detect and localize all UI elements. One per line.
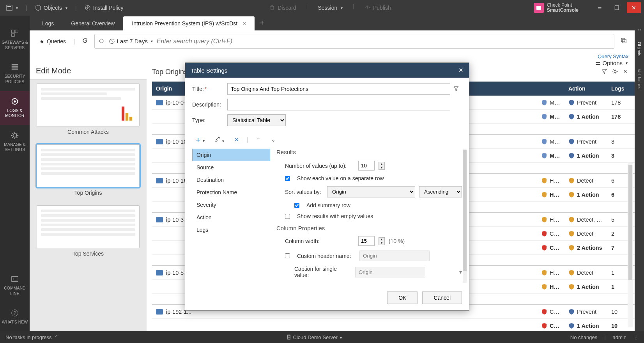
window-minimize-button[interactable]: ━	[593, 2, 607, 13]
open-external-icon	[621, 37, 627, 44]
sort-field-select[interactable]: Origin	[327, 186, 415, 197]
tab-close-icon[interactable]: ×	[243, 20, 246, 27]
refresh-button[interactable]	[80, 35, 90, 47]
widget-filter-button[interactable]	[601, 68, 607, 76]
svg-rect-19	[623, 39, 626, 43]
description-input[interactable]	[227, 99, 450, 110]
col-header-logs[interactable]: Logs	[607, 85, 635, 92]
nav-gateways-servers[interactable]: GATEWAYS & SERVERS	[0, 23, 30, 57]
add-summary-checkbox[interactable]	[294, 203, 299, 208]
discard-button[interactable]: Discard	[266, 3, 299, 12]
query-syntax-link[interactable]: Query Syntax	[598, 53, 628, 59]
widget-settings-button[interactable]	[612, 68, 618, 76]
objects-label: Objects	[44, 5, 62, 11]
app-menu-button[interactable]: ▾	[3, 3, 21, 12]
open-external-button[interactable]	[618, 35, 629, 47]
field-toolbar: ＋▾ ▾ ✕ | ⌃ ⌄	[192, 130, 462, 149]
right-rail: ◂◂ Objects Validations	[635, 16, 644, 331]
nav-logs-monitor[interactable]: LOGS & MONITOR	[0, 91, 30, 125]
widget-close-button[interactable]: ✕	[623, 68, 628, 76]
publish-icon	[364, 5, 371, 11]
move-down-button[interactable]: ⌄	[269, 135, 278, 144]
window-restore-button[interactable]: ❐	[610, 2, 624, 13]
svg-point-20	[614, 70, 616, 73]
window-close-button[interactable]: ✕	[627, 2, 641, 13]
host-icon	[156, 217, 163, 222]
table-scrollbar[interactable]	[628, 163, 633, 327]
servers-icon	[11, 29, 19, 37]
user-menu-icon[interactable]: ⋮	[633, 334, 639, 340]
nav-whats-new[interactable]: ? WHAT'S NEW	[0, 302, 30, 331]
field-list-item[interactable]: Action	[192, 211, 270, 224]
search-input[interactable]	[157, 38, 610, 45]
col-header-action[interactable]: Action	[564, 85, 607, 92]
cube-icon	[35, 5, 41, 11]
show-separate-row-label: Show each value on a separate row	[297, 175, 384, 181]
chevron-up-icon[interactable]: ⌃	[54, 334, 58, 340]
title-label: Title:*	[192, 86, 227, 92]
custom-header-input	[359, 251, 430, 261]
queries-button[interactable]: ★ Queries	[35, 36, 70, 47]
field-list-item[interactable]: Logs	[192, 224, 270, 236]
thumbnail-top-origins[interactable]	[37, 144, 140, 187]
svg-rect-7	[12, 64, 18, 66]
sort-direction-select[interactable]: Ascending	[419, 186, 462, 197]
nav-manage-settings[interactable]: MANAGE & SETTINGS	[0, 125, 30, 159]
column-width-spinner[interactable]: ▲▼	[379, 237, 385, 245]
field-list-item[interactable]: Source	[192, 161, 270, 174]
dialog-title: Table Settings	[191, 67, 227, 74]
user-name[interactable]: admin	[613, 334, 626, 340]
results-scrollbar[interactable]	[463, 149, 467, 283]
nav-command-line[interactable]: COMMAND LINE	[0, 268, 30, 302]
tab-add-button[interactable]: +	[255, 16, 270, 30]
type-select[interactable]: Statistical Table	[227, 114, 286, 126]
add-field-button[interactable]: ＋▾	[192, 134, 207, 146]
rail-handle-icon[interactable]: ◂◂	[637, 27, 641, 32]
edit-mode-panel: Edit Mode Common Attacks Top Origins Top	[30, 61, 147, 331]
options-button[interactable]: ☰ Options ▾	[595, 61, 628, 66]
database-icon: 🗄	[287, 334, 292, 340]
ok-button[interactable]: OK	[387, 291, 418, 304]
tab-ips[interactable]: Intrusion Prevention System (IPS) w/SrcD…	[123, 16, 255, 30]
edit-field-button[interactable]: ▾	[212, 135, 226, 145]
field-list-item[interactable]: Severity	[192, 199, 270, 211]
install-policy-button[interactable]: Install Policy	[81, 3, 127, 12]
brand-text: Check Point SmartConsole	[547, 3, 579, 13]
tab-logs[interactable]: Logs	[34, 16, 62, 30]
table-row[interactable]: Criti...1 Action10	[152, 319, 635, 331]
num-values-spinner[interactable]: ▲▼	[379, 162, 385, 170]
field-list-item[interactable]: Protection Name	[192, 186, 270, 199]
field-list-item[interactable]: Destination	[192, 174, 270, 186]
server-menu-button[interactable]: ▾	[340, 336, 342, 340]
show-empty-label: Show results with empty values	[297, 213, 373, 219]
description-label: Description:	[192, 101, 227, 108]
show-empty-checkbox[interactable]	[285, 214, 290, 219]
nav-security-policies[interactable]: SECURITY POLICIES	[0, 57, 30, 91]
custom-header-checkbox[interactable]	[285, 253, 290, 258]
cancel-button[interactable]: Cancel	[422, 291, 462, 304]
thumbnail-top-services[interactable]	[37, 205, 140, 248]
num-values-input[interactable]	[358, 161, 375, 171]
add-summary-label: Add summary row	[306, 202, 350, 208]
filter-icon[interactable]	[453, 87, 459, 93]
move-up-button[interactable]: ⌃	[254, 135, 263, 144]
column-width-input[interactable]	[358, 236, 375, 246]
show-separate-row-checkbox[interactable]	[285, 176, 290, 181]
session-menu-button[interactable]: Session ▾	[315, 3, 346, 12]
tasks-status[interactable]: No tasks in progress	[5, 334, 52, 340]
objects-menu-button[interactable]: Objects ▾	[32, 3, 71, 12]
publish-button[interactable]: Publish	[361, 3, 394, 12]
svg-rect-6	[12, 34, 14, 36]
thumbnail-common-attacks[interactable]	[37, 84, 140, 126]
svg-point-16	[99, 39, 103, 43]
rail-tab-validations[interactable]: Validations	[637, 66, 642, 92]
rail-tab-objects[interactable]: Objects	[637, 39, 642, 59]
time-range-button[interactable]: Last 7 Days ▾	[109, 38, 153, 44]
scroll-down-icon[interactable]: ▾	[459, 269, 462, 275]
title-input[interactable]	[227, 83, 450, 95]
dialog-close-button[interactable]: ✕	[458, 67, 464, 74]
delete-field-button[interactable]: ✕	[232, 135, 241, 144]
field-list-item[interactable]: Origin	[192, 149, 270, 161]
tab-general-overview[interactable]: General Overview	[62, 16, 123, 30]
host-icon	[156, 139, 163, 144]
